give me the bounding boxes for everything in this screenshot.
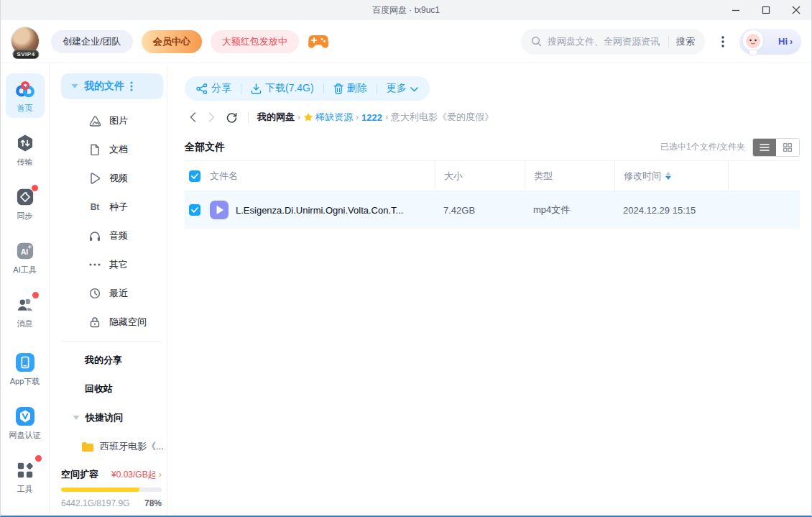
delete-button[interactable]: 删除 bbox=[333, 82, 367, 95]
rail-item-home[interactable]: 首页 bbox=[6, 73, 45, 118]
sidebar-item-quick-access[interactable]: 快捷访问 bbox=[50, 403, 173, 432]
rail-item-app-download[interactable]: App下载 bbox=[6, 347, 45, 391]
sidebar-item-label: 最近 bbox=[109, 287, 128, 300]
storage-percent: 78% bbox=[144, 498, 162, 508]
rail-item-sync[interactable]: 同步 bbox=[6, 181, 45, 226]
search-input[interactable] bbox=[548, 36, 661, 47]
assistant-chevron-icon: › bbox=[790, 37, 793, 47]
sidebar-item-label: 音频 bbox=[109, 229, 128, 242]
rail-item-label: 工具 bbox=[17, 484, 33, 495]
file-type: mp4文件 bbox=[525, 191, 614, 229]
selection-status: 已选中1个文件/文件夹 bbox=[660, 141, 745, 153]
chevron-right-icon: › bbox=[159, 470, 162, 480]
main-panel: 分享 下载(7.4G) 删除 更多 bbox=[173, 63, 811, 516]
sidebar-item-hidden-space[interactable]: 隐藏空间 bbox=[50, 308, 173, 337]
table-row[interactable]: L.Esigenza.Di.Unirmi.Ogni.Volta.Con.T...… bbox=[185, 191, 800, 229]
left-rail: 首页 传输 bbox=[1, 63, 50, 516]
lock-icon bbox=[88, 316, 101, 328]
notification-dot bbox=[32, 185, 38, 191]
share-button[interactable]: 分享 bbox=[196, 82, 231, 95]
folder-label: 西班牙电影《... bbox=[100, 440, 164, 453]
sidebar-item-my-shares[interactable]: 我的分享 bbox=[50, 346, 173, 375]
view-toggle bbox=[752, 138, 800, 157]
storage-progress-track bbox=[61, 488, 162, 492]
storage-panel: 空间扩容 ¥0.03/GB起 › 6442.1G/8197.9G 78% bbox=[50, 462, 173, 508]
breadcrumb-item[interactable]: 1222 bbox=[361, 112, 382, 123]
netdisk-logo-icon bbox=[14, 78, 36, 100]
file-name[interactable]: L.Esigenza.Di.Unirmi.Ogni.Volta.Con.T... bbox=[236, 205, 403, 216]
sidebar-item-audio[interactable]: 音频 bbox=[50, 221, 173, 250]
column-header-type: 类型 bbox=[525, 161, 614, 191]
search-divider bbox=[668, 36, 669, 47]
storage-price-link[interactable]: ¥0.03/GB起 › bbox=[111, 469, 162, 481]
create-team-button[interactable]: 创建企业/团队 bbox=[51, 30, 133, 53]
user-avatar[interactable]: SVIP4 bbox=[11, 27, 41, 57]
app-download-icon bbox=[14, 352, 36, 373]
red-packet-button[interactable]: 大额红包发放中 bbox=[211, 30, 299, 53]
rail-item-messages[interactable]: 消息 bbox=[6, 289, 45, 334]
navbar-right: 搜索 Hi › bbox=[521, 29, 801, 55]
list-view-button[interactable] bbox=[753, 139, 776, 156]
close-button[interactable] bbox=[781, 0, 811, 20]
vip-center-button[interactable]: 会员中心 bbox=[142, 30, 202, 53]
star-icon bbox=[303, 112, 313, 122]
forward-icon[interactable] bbox=[203, 109, 219, 125]
rail-item-verify[interactable]: 网盘认证 bbox=[6, 401, 45, 445]
breadcrumb: 我的网盘 › 稀缺资源 › 1222 › 意大利电影《爱的度假》 bbox=[257, 111, 494, 124]
sidebar-item-documents[interactable]: 文档 bbox=[50, 135, 173, 164]
sidebar-item-recycle-bin[interactable]: 回收站 bbox=[50, 375, 173, 403]
share-icon bbox=[196, 83, 208, 94]
sort-icon[interactable] bbox=[665, 172, 671, 180]
svg-text:AI: AI bbox=[20, 248, 27, 256]
breadcrumb-item-starred[interactable]: 稀缺资源 bbox=[303, 111, 353, 124]
sidebar-item-images[interactable]: 图片 bbox=[50, 106, 173, 135]
category-list: 图片 文档 视频 Bt 种子 bbox=[50, 106, 173, 337]
quick-access-folder[interactable]: 西班牙电影《... bbox=[50, 432, 173, 461]
more-menu-icon[interactable] bbox=[712, 31, 734, 52]
breadcrumb-item[interactable]: 我的网盘 bbox=[257, 111, 295, 124]
search-button[interactable]: 搜索 bbox=[676, 35, 695, 48]
back-icon[interactable] bbox=[185, 109, 200, 125]
column-header-extra bbox=[728, 161, 800, 191]
sidebar-item-videos[interactable]: 视频 bbox=[50, 164, 173, 193]
sidebar-item-other[interactable]: 其它 bbox=[50, 250, 173, 279]
action-toolbar: 分享 下载(7.4G) 删除 更多 bbox=[185, 76, 430, 101]
sidebar-item-label: 图片 bbox=[109, 114, 128, 127]
sidebar-divider bbox=[61, 341, 162, 342]
chevron-down-icon bbox=[410, 87, 418, 92]
download-button[interactable]: 下载(7.4G) bbox=[251, 82, 314, 95]
transfer-icon bbox=[14, 132, 36, 154]
minimize-button[interactable] bbox=[721, 0, 751, 20]
file-size: 7.42GB bbox=[435, 191, 525, 229]
audio-icon bbox=[88, 231, 101, 242]
rail-item-transfer[interactable]: 传输 bbox=[6, 127, 45, 172]
more-button[interactable]: 更多 bbox=[387, 82, 418, 95]
storage-usage: 6442.1G/8197.9G bbox=[61, 498, 129, 508]
section-title: 全部文件 bbox=[185, 141, 225, 154]
item-menu-icon[interactable] bbox=[130, 81, 133, 91]
grid-view-icon bbox=[783, 143, 792, 152]
column-header-name: 文件名 bbox=[210, 170, 238, 183]
storage-expand-label: 空间扩容 bbox=[61, 468, 98, 481]
sidebar-item-recent[interactable]: 最近 bbox=[50, 279, 173, 308]
rail-item-tools[interactable]: 工具 bbox=[6, 454, 45, 499]
sidebar-item-torrents[interactable]: Bt 种子 bbox=[50, 193, 173, 221]
assistant-bubble[interactable]: Hi › bbox=[739, 29, 801, 55]
checkbox-checked-icon bbox=[191, 173, 198, 179]
top-navbar: SVIP4 创建企业/团队 会员中心 大额红包发放中 搜索 bbox=[1, 20, 811, 63]
column-header-modified[interactable]: 修改时间 bbox=[614, 161, 728, 191]
sidebar-scrollbar[interactable] bbox=[167, 66, 167, 516]
grid-view-button[interactable] bbox=[776, 139, 799, 156]
video-file-icon bbox=[210, 201, 229, 219]
sidebar-item-my-files[interactable]: 我的文件 bbox=[61, 73, 163, 99]
sidebar-item-label: 我的文件 bbox=[84, 80, 124, 93]
maximize-button[interactable] bbox=[751, 0, 781, 20]
rail-item-ai-tools[interactable]: AI AI工具 bbox=[6, 235, 45, 280]
gamepad-icon[interactable] bbox=[308, 31, 329, 52]
caret-down-icon bbox=[71, 83, 78, 89]
row-checkbox[interactable] bbox=[189, 204, 200, 216]
notification-dot bbox=[35, 455, 42, 462]
select-all-checkbox[interactable] bbox=[189, 170, 200, 182]
messages-icon bbox=[14, 294, 36, 316]
refresh-icon[interactable] bbox=[223, 109, 239, 125]
